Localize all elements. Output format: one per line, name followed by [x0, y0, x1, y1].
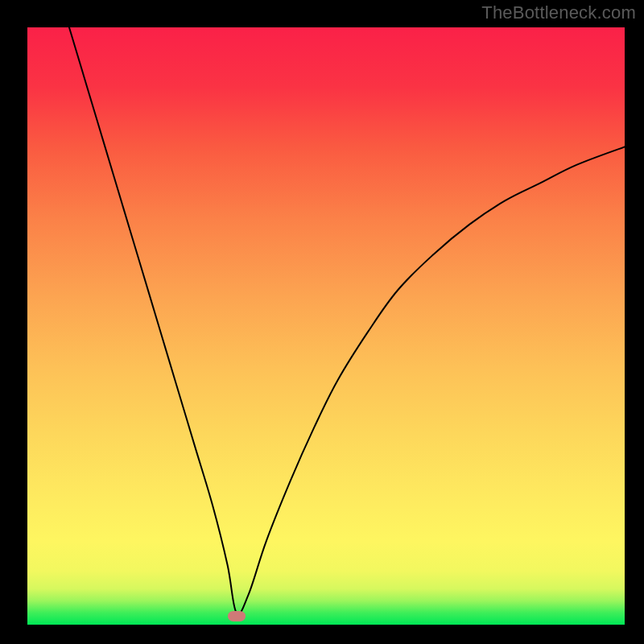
watermark-text: TheBottleneck.com	[481, 2, 636, 23]
chart-frame: TheBottleneck.com	[0, 0, 644, 644]
plot-area	[27, 27, 625, 625]
bottleneck-curve	[27, 27, 625, 625]
minimum-marker	[228, 611, 246, 621]
